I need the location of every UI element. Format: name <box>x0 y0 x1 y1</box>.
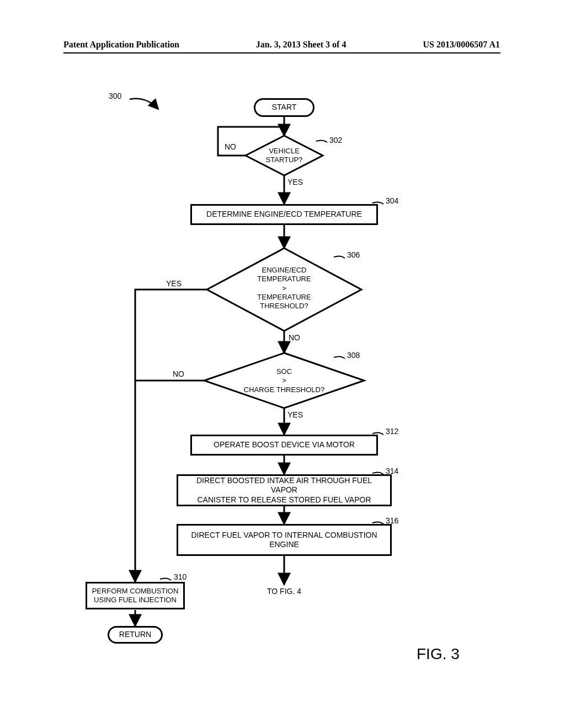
header-mid: Jan. 3, 2013 Sheet 3 of 4 <box>256 40 347 50</box>
start-node: START <box>254 98 315 117</box>
ref-302: 302 <box>329 136 342 144</box>
process-fuel-injection: PERFORM COMBUSTION USING FUEL INJECTION <box>86 582 185 609</box>
page-header: Patent Application Publication Jan. 3, 2… <box>0 40 565 50</box>
header-rule <box>63 52 500 53</box>
ref-314: 314 <box>386 467 398 475</box>
ref-306: 306 <box>347 250 360 259</box>
flowchart-canvas: 300 START VEHICLE STARTUP? NO YES 302 DE… <box>63 83 500 689</box>
decision-temp-threshold: ENGINE/ECD TEMPERATURE > TEMPERATURE THR… <box>246 264 323 313</box>
label-yes-306: YES <box>166 279 182 288</box>
ref-316: 316 <box>386 516 398 525</box>
return-node: RETURN <box>108 626 163 644</box>
ref-300: 300 <box>109 92 121 100</box>
label-no-306: NO <box>289 333 300 342</box>
label-no-308: NO <box>173 370 184 378</box>
process-determine-temp: DETERMINE ENGINE/ECD TEMPERATURE <box>190 204 378 225</box>
process-boost-motor: OPERATE BOOST DEVICE VIA MOTOR <box>190 435 378 456</box>
ref-310: 310 <box>174 572 186 581</box>
connector-to-fig4: TO FIG. 4 <box>262 587 306 596</box>
figure-label: FIG. 3 <box>417 645 460 663</box>
ref-312: 312 <box>386 427 398 436</box>
label-no-302: NO <box>225 142 236 151</box>
label-yes-302: YES <box>287 178 303 186</box>
process-canister: DIRECT BOOSTED INTAKE AIR THROUGH FUEL V… <box>177 474 392 506</box>
decision-soc-threshold: SOC > CHARGE THRESHOLD? <box>240 365 328 397</box>
label-yes-308: YES <box>287 410 303 419</box>
header-left: Patent Application Publication <box>63 40 179 50</box>
ref-304: 304 <box>386 196 398 205</box>
decision-vehicle-startup: VEHICLE STARTUP? <box>251 144 317 167</box>
header-right: US 2013/0006507 A1 <box>423 40 500 50</box>
process-direct-vapor: DIRECT FUEL VAPOR TO INTERNAL COMBUSTION… <box>177 524 392 556</box>
ref-308: 308 <box>347 351 360 360</box>
